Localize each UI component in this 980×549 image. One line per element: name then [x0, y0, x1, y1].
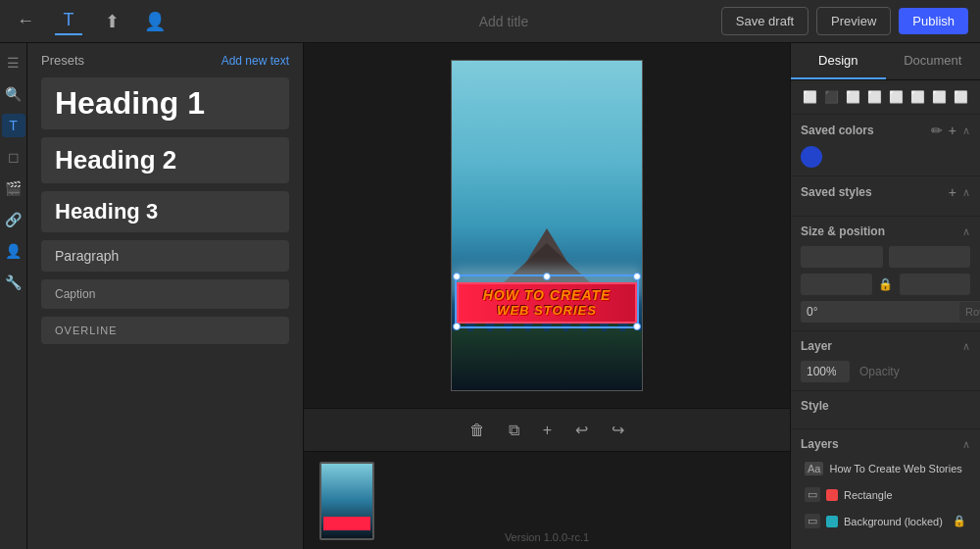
rotate-input[interactable] [801, 301, 959, 323]
preview-button[interactable]: Preview [816, 7, 891, 35]
preset-caption-label: Caption [55, 287, 95, 301]
right-panel: Design Document ⬜ ⬛ ⬜ ⬜ ⬜ ⬜ ⬜ ⬜ Saved co… [790, 43, 980, 549]
layer-item-bg[interactable]: ▭ Background (locked) 🔒 [801, 509, 970, 533]
preset-overline-label: OVERLINE [55, 324, 118, 336]
canvas-text-line1: HOW TO CREATE [465, 288, 629, 303]
story-canvas[interactable]: HOW TO CREATE WEB STORIES [451, 60, 643, 391]
align-bottom-icon[interactable]: ⬜ [909, 86, 927, 108]
x-input-group: X [801, 246, 883, 268]
user-icon[interactable]: 👤 [141, 8, 169, 35]
align-left-icon[interactable]: ⬜ [801, 86, 818, 108]
y-input-group: Y [889, 246, 971, 268]
add-color-icon[interactable]: + [949, 123, 956, 138]
layer-rect-name: Rectangle [844, 489, 966, 501]
topbar-right: Save draft Preview Publish [721, 7, 968, 35]
layer-item-text[interactable]: Aa How To Create Web Stories [801, 457, 970, 480]
preset-h2-label: Heading 2 [55, 145, 176, 175]
add-title-label[interactable]: Add title [479, 14, 529, 29]
version-label: Version 1.0.0-rc.1 [505, 531, 589, 543]
panel-header: Presets Add new text [27, 43, 303, 77]
duplicate-icon[interactable]: ⧉ [505, 418, 523, 443]
right-tabs: Design Document [791, 43, 980, 80]
align-center-h-icon[interactable]: ⬛ [822, 86, 840, 108]
preset-caption[interactable]: Caption [41, 279, 289, 309]
opacity-row: Opacity [801, 361, 970, 382]
layer-label: Layer [801, 339, 832, 353]
layer-icon-aa: Aa [805, 462, 823, 475]
align-top-icon[interactable]: ⬜ [865, 86, 883, 108]
w-input[interactable] [801, 274, 872, 295]
nav-icon-1[interactable]: ☰ [2, 51, 25, 75]
nav-icon-text[interactable]: T [2, 114, 25, 137]
edit-icon[interactable]: ✏ [931, 123, 943, 138]
style-section: Style [791, 391, 980, 429]
rotate-label: Rotate [959, 302, 980, 322]
tab-design[interactable]: Design [791, 43, 886, 79]
canvas-wrapper: HOW TO CREATE WEB STORIES [304, 43, 790, 408]
chevron-up-icon2[interactable]: ∧ [962, 186, 970, 199]
filmstrip: Version 1.0.0-rc.1 [304, 451, 790, 549]
h-input[interactable] [900, 274, 971, 295]
align-center-v-icon[interactable]: ⬜ [888, 86, 906, 108]
nav-icon-link[interactable]: 🔗 [2, 208, 25, 231]
layer-icon-rect: ▭ [805, 487, 820, 502]
preset-p[interactable]: Paragraph [41, 240, 289, 272]
filmstrip-thumb-1[interactable] [319, 462, 374, 540]
rotate-row: Rotate [801, 301, 970, 323]
publish-button[interactable]: Publish [899, 8, 968, 34]
xy-row: X Y [801, 246, 970, 268]
color-swatch-blue[interactable] [801, 146, 822, 168]
add-new-text-button[interactable]: Add new text [221, 54, 289, 68]
size-position-section: Size & position ∧ X Y W 🔒 [791, 217, 980, 331]
chevron-up-icon3[interactable]: ∧ [962, 225, 970, 238]
chevron-up-icon4[interactable]: ∧ [962, 340, 970, 353]
presets-label: Presets [41, 53, 84, 68]
chevron-up-icon[interactable]: ∧ [962, 125, 970, 137]
main-layout: ☰ 🔍 T ◻ 🎬 🔗 👤 🔧 Presets Add new text Hea… [0, 43, 980, 549]
align-row: ⬜ ⬛ ⬜ ⬜ ⬜ ⬜ ⬜ ⬜ [791, 80, 980, 115]
delete-icon[interactable]: 🗑 [466, 418, 489, 443]
layer-rect-color [826, 489, 838, 501]
add-style-icon[interactable]: + [949, 184, 956, 200]
align-right-icon[interactable]: ⬜ [844, 86, 861, 108]
tab-document[interactable]: Document [886, 43, 981, 79]
topbar: ← T ⬆ 👤 Add title Save draft Preview Pub… [0, 0, 980, 43]
canvas-text-overlay[interactable]: HOW TO CREATE WEB STORIES [457, 282, 637, 324]
distribute-h-icon[interactable]: ⬜ [931, 86, 949, 108]
saved-colors-section: Saved colors ✏ + ∧ [791, 115, 980, 176]
add-element-icon[interactable]: + [539, 418, 556, 443]
preset-h1[interactable]: Heading 1 [41, 77, 289, 129]
saved-styles-section: Saved styles + ∧ [791, 176, 980, 217]
nav-icon-user2[interactable]: 👤 [2, 239, 25, 263]
opacity-input[interactable] [807, 365, 836, 378]
x-input[interactable] [801, 246, 883, 268]
preset-overline[interactable]: OVERLINE [41, 317, 289, 344]
nav-icon-2[interactable]: 🔍 [2, 82, 25, 106]
undo-icon[interactable]: ↩ [571, 417, 592, 443]
distribute-v-icon[interactable]: ⬜ [953, 86, 970, 108]
layer-item-rect[interactable]: ▭ Rectangle [801, 482, 970, 507]
saved-colors-actions: ✏ + ∧ [931, 123, 970, 138]
lock-icon[interactable]: 🔒 [878, 274, 894, 295]
upload-icon[interactable]: ⬆ [98, 8, 125, 35]
text-tool-icon[interactable]: T [55, 8, 82, 35]
nav-icon-media[interactable]: 🎬 [2, 176, 25, 200]
size-position-label: Size & position [801, 225, 885, 238]
layer-header: Layer ∧ [801, 339, 970, 353]
nav-icon-shapes[interactable]: ◻ [2, 145, 25, 169]
wh-row: W 🔒 H [801, 274, 970, 295]
redo-icon[interactable]: ↪ [608, 417, 628, 443]
opacity-label: Opacity [859, 365, 900, 378]
preset-h2[interactable]: Heading 2 [41, 137, 289, 183]
nav-icon-tools[interactable]: 🔧 [2, 271, 25, 294]
preset-h3[interactable]: Heading 3 [41, 191, 289, 232]
presets-list: Heading 1 Heading 2 Heading 3 Paragraph … [27, 77, 303, 352]
dark-bottom-layer [452, 331, 642, 390]
layer-bg-name: Background (locked) [844, 516, 947, 527]
y-input[interactable] [889, 246, 971, 268]
save-draft-button[interactable]: Save draft [721, 7, 808, 35]
chevron-up-icon5[interactable]: ∧ [962, 438, 970, 451]
back-icon[interactable]: ← [12, 8, 39, 35]
topbar-center: Add title [298, 14, 710, 29]
topbar-left: ← T ⬆ 👤 [12, 8, 286, 35]
